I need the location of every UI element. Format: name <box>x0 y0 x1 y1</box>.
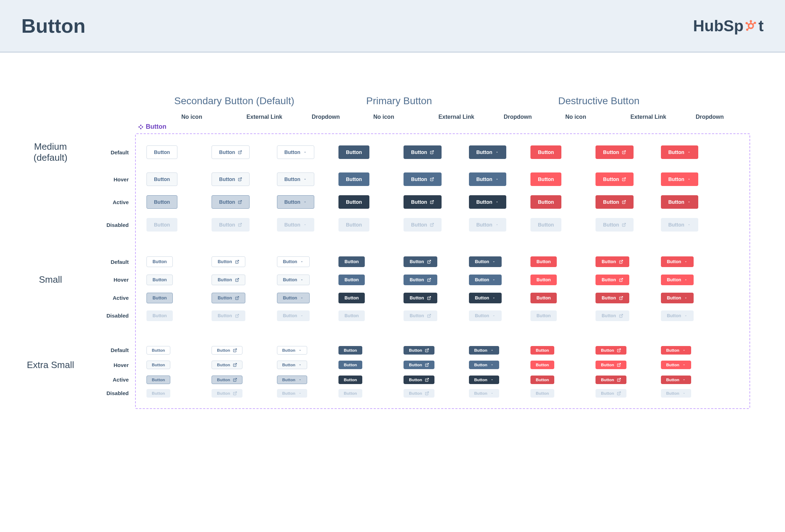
primary-button-md-active-noicon[interactable]: Button <box>338 195 369 209</box>
secondary-button-md-active-dropdown[interactable]: Button <box>277 195 314 209</box>
primary-button-md-active-external[interactable]: Button <box>404 195 442 209</box>
primary-button-sm-hover-external[interactable]: Button <box>404 275 437 285</box>
primary-button-md-default-external[interactable]: Button <box>404 145 442 159</box>
primary-button-md-hover-noicon[interactable]: Button <box>338 172 369 186</box>
primary-button-xs-default-noicon[interactable]: Button <box>338 346 362 355</box>
primary-button-xs-default-external[interactable]: Button <box>404 346 434 355</box>
svg-line-11 <box>624 151 626 153</box>
external-link-icon <box>233 363 237 367</box>
primary-button-xs-active-noicon[interactable]: Button <box>338 376 362 384</box>
primary-button-xs-active-dropdown[interactable]: Button <box>469 376 499 384</box>
destructive-button-xs-default-dropdown[interactable]: Button <box>661 346 691 355</box>
primary-button-sm-default-external[interactable]: Button <box>404 256 437 267</box>
primary-button-md-active-dropdown[interactable]: Button <box>469 195 506 209</box>
secondary-button-xs-hover-dropdown[interactable]: Button <box>277 361 307 369</box>
destructive-button-md-hover-dropdown[interactable]: Button <box>661 172 698 186</box>
secondary-button-sm-active-noicon[interactable]: Button <box>146 293 173 303</box>
secondary-button-sm-hover-dropdown[interactable]: Button <box>277 275 310 285</box>
primary-button-sm-default-dropdown[interactable]: Button <box>469 256 502 267</box>
primary-button-sm-hover-dropdown[interactable]: Button <box>469 275 502 285</box>
destructive-button-sm-active-external[interactable]: Button <box>596 293 629 303</box>
destructive-button-xs-default-noicon[interactable]: Button <box>530 346 554 355</box>
destructive-button-sm-active-noicon[interactable]: Button <box>530 293 557 303</box>
secondary-button-sm-active-external[interactable]: Button <box>212 293 245 303</box>
destructive-button-md-active-dropdown[interactable]: Button <box>661 195 698 209</box>
destructive-button-md-hover-noicon[interactable]: Button <box>530 172 561 186</box>
secondary-button-xs-default-noicon[interactable]: Button <box>146 346 170 355</box>
secondary-button-md-hover-external[interactable]: Button <box>212 172 250 186</box>
destructive-button-md-active-external[interactable]: Button <box>596 195 634 209</box>
destructive-button-sm-hover-dropdown[interactable]: Button <box>661 275 694 285</box>
secondary-button-md-active-noicon[interactable]: Button <box>146 195 177 209</box>
button-label: Button <box>410 296 424 300</box>
primary-button-sm-active-dropdown[interactable]: Button <box>469 293 502 303</box>
secondary-button-sm-hover-noicon[interactable]: Button <box>146 275 173 285</box>
primary-button-xs-hover-noicon[interactable]: Button <box>338 361 362 369</box>
secondary-button-xs-hover-noicon[interactable]: Button <box>146 361 170 369</box>
destructive-button-sm-active-dropdown[interactable]: Button <box>661 293 694 303</box>
secondary-button-md-default-noicon[interactable]: Button <box>146 145 177 159</box>
secondary-button-md-active-external[interactable]: Button <box>212 195 250 209</box>
secondary-button-sm-active-dropdown[interactable]: Button <box>277 293 310 303</box>
variant-label-dropdown: Dropdown <box>689 114 750 120</box>
button-label: Button <box>601 348 614 352</box>
secondary-button-xs-hover-external[interactable]: Button <box>212 361 242 369</box>
primary-button-md-hover-external[interactable]: Button <box>404 172 442 186</box>
caret-down-icon <box>495 150 499 154</box>
external-link-icon <box>617 363 621 367</box>
destructive-button-xs-default-external[interactable]: Button <box>596 346 626 355</box>
secondary-button-md-default-external[interactable]: Button <box>212 145 250 159</box>
button-label: Button <box>602 296 616 300</box>
caret-down-icon <box>687 177 691 181</box>
secondary-button-xs-active-external[interactable]: Button <box>212 376 242 384</box>
destructive-button-xs-hover-dropdown[interactable]: Button <box>661 361 691 369</box>
caret-down-icon <box>300 314 304 318</box>
primary-button-xs-hover-external[interactable]: Button <box>404 361 434 369</box>
destructive-button-sm-default-dropdown[interactable]: Button <box>661 256 694 267</box>
secondary-button-md-default-dropdown[interactable]: Button <box>277 145 314 159</box>
primary-button-sm-active-noicon[interactable]: Button <box>338 293 365 303</box>
destructive-button-md-default-dropdown[interactable]: Button <box>661 145 698 159</box>
button-label: Button <box>667 259 681 264</box>
primary-button-xs-hover-dropdown[interactable]: Button <box>469 361 499 369</box>
secondary-button-xs-active-dropdown[interactable]: Button <box>277 376 307 384</box>
primary-button-md-disabled-dropdown: Button <box>469 218 506 232</box>
secondary-button-xs-default-dropdown[interactable]: Button <box>277 346 307 355</box>
secondary-button-sm-default-external[interactable]: Button <box>212 256 245 267</box>
caret-down-icon <box>490 349 494 352</box>
primary-button-md-hover-dropdown[interactable]: Button <box>469 172 506 186</box>
primary-button-md-default-dropdown[interactable]: Button <box>469 145 506 159</box>
destructive-button-xs-hover-external[interactable]: Button <box>596 361 626 369</box>
secondary-button-xs-default-external[interactable]: Button <box>212 346 242 355</box>
secondary-button-md-hover-noicon[interactable]: Button <box>146 172 177 186</box>
destructive-button-xs-active-dropdown[interactable]: Button <box>661 376 691 384</box>
destructive-button-sm-default-noicon[interactable]: Button <box>530 256 557 267</box>
secondary-button-sm-hover-external[interactable]: Button <box>212 275 245 285</box>
svg-line-15 <box>240 201 242 203</box>
destructive-button-md-default-external[interactable]: Button <box>596 145 634 159</box>
destructive-button-md-default-noicon[interactable]: Button <box>530 145 561 159</box>
destructive-button-xs-active-noicon[interactable]: Button <box>530 376 554 384</box>
button-label: Button <box>536 391 549 395</box>
secondary-button-sm-default-dropdown[interactable]: Button <box>277 256 310 267</box>
destructive-button-md-hover-external[interactable]: Button <box>596 172 634 186</box>
destructive-button-xs-hover-noicon[interactable]: Button <box>530 361 554 369</box>
destructive-button-md-active-noicon[interactable]: Button <box>530 195 561 209</box>
primary-button-sm-hover-noicon[interactable]: Button <box>338 275 365 285</box>
secondary-button-md-hover-dropdown[interactable]: Button <box>277 172 314 186</box>
primary-button-xs-active-external[interactable]: Button <box>404 376 434 384</box>
secondary-button-sm-default-noicon[interactable]: Button <box>146 256 173 267</box>
destructive-button-sm-default-external[interactable]: Button <box>596 256 629 267</box>
primary-button-sm-default-noicon[interactable]: Button <box>338 256 365 267</box>
destructive-button-xs-active-external[interactable]: Button <box>596 376 626 384</box>
secondary-button-xs-active-noicon[interactable]: Button <box>146 376 170 384</box>
svg-line-16 <box>432 201 434 203</box>
primary-button-md-default-noicon[interactable]: Button <box>338 145 369 159</box>
caret-down-icon <box>300 296 304 300</box>
primary-button-sm-active-external[interactable]: Button <box>404 293 437 303</box>
primary-button-xs-default-dropdown[interactable]: Button <box>469 346 499 355</box>
destructive-button-sm-hover-noicon[interactable]: Button <box>530 275 557 285</box>
primary-button-sm-disabled-noicon: Button <box>338 310 365 321</box>
variant-label-external: External Link <box>623 114 685 120</box>
destructive-button-sm-hover-external[interactable]: Button <box>596 275 629 285</box>
